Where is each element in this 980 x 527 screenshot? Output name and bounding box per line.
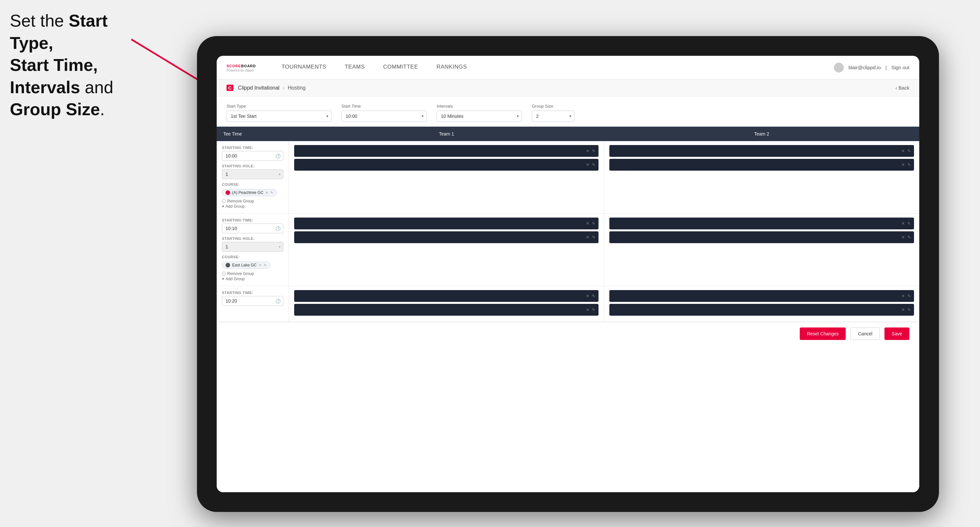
cancel-button[interactable]: Cancel bbox=[850, 327, 880, 340]
tournament-name[interactable]: Clippd Invitational bbox=[238, 85, 279, 91]
sign-out-link[interactable]: Sign out bbox=[891, 65, 909, 70]
intervals-wrapper: 10 Minutes 8 Minutes 12 Minutes bbox=[437, 111, 522, 122]
plus-icon-2: + bbox=[222, 277, 224, 281]
remove-group-link-1[interactable]: − Remove Group bbox=[222, 199, 283, 203]
nav-tournaments[interactable]: TOURNAMENTS bbox=[272, 56, 335, 79]
add-group-link-1[interactable]: + Add Group bbox=[222, 204, 283, 209]
hole-input-wrapper-2: 1210 bbox=[222, 242, 283, 252]
start-type-label: Start Type bbox=[226, 104, 332, 109]
logo-title: SCOREBOARD bbox=[226, 63, 256, 68]
team1-cell-1: ✕ ✎ ✕ ✎ bbox=[289, 141, 604, 213]
chip-remove-2[interactable]: ✕ bbox=[259, 263, 262, 267]
edit-player-icon[interactable]: ✎ bbox=[907, 221, 911, 226]
separator: | bbox=[885, 65, 887, 70]
breadcrumb: C Clippd Invitational › Hosting bbox=[226, 85, 305, 91]
player-icons: ✕ ✎ bbox=[586, 235, 595, 240]
starting-time-input-1[interactable] bbox=[222, 151, 283, 161]
team1-cell-3: ✕ ✎ ✕ ✎ bbox=[289, 286, 604, 322]
tablet-screen: SCOREBOARD Powered by clippd TOURNAMENTS… bbox=[217, 56, 919, 492]
back-button[interactable]: ‹ Back bbox=[895, 85, 909, 90]
edit-player-icon[interactable]: ✎ bbox=[907, 308, 911, 312]
remove-player-icon[interactable]: ✕ bbox=[902, 162, 905, 167]
remove-player-icon[interactable]: ✕ bbox=[902, 221, 905, 226]
remove-player-icon[interactable]: ✕ bbox=[586, 149, 589, 153]
edit-player-icon[interactable]: ✎ bbox=[592, 162, 595, 167]
remove-player-icon[interactable]: ✕ bbox=[586, 162, 589, 167]
nav-right: blair@clippd.io | Sign out bbox=[834, 63, 909, 73]
starting-hole-label-2: STARTING HOLE: bbox=[222, 237, 283, 241]
remove-player-icon[interactable]: ✕ bbox=[586, 294, 589, 298]
team1-cell-2: ✕ ✎ ✕ ✎ bbox=[289, 214, 604, 286]
remove-player-icon[interactable]: ✕ bbox=[902, 149, 905, 153]
edit-player-icon[interactable]: ✎ bbox=[592, 294, 595, 298]
add-group-link-2[interactable]: + Add Group bbox=[222, 277, 283, 281]
breadcrumb-logo: C bbox=[226, 85, 234, 91]
nav-committee[interactable]: COMMITTEE bbox=[374, 56, 428, 79]
player-icons: ✕ ✎ bbox=[902, 221, 911, 226]
player-icons: ✕ ✎ bbox=[586, 149, 595, 153]
starting-time-input-2[interactable] bbox=[222, 224, 283, 233]
start-time-group: Start Time 10:00 10:30 11:00 bbox=[342, 104, 427, 122]
time-input-wrapper-1: 🕐 bbox=[222, 151, 283, 161]
header-tee-time: Tee Time bbox=[217, 127, 289, 141]
chip-remove-1[interactable]: ✕ bbox=[265, 190, 268, 195]
clock-icon-1: 🕐 bbox=[275, 154, 281, 159]
remove-player-icon[interactable]: ✕ bbox=[586, 308, 589, 312]
remove-group-link-2[interactable]: − Remove Group bbox=[222, 271, 283, 276]
edit-player-icon[interactable]: ✎ bbox=[907, 162, 911, 167]
player-icons: ✕ ✎ bbox=[586, 162, 595, 167]
course-label-2: COURSE: bbox=[222, 255, 283, 259]
intervals-select[interactable]: 10 Minutes 8 Minutes 12 Minutes bbox=[437, 111, 522, 122]
remove-player-icon[interactable]: ✕ bbox=[902, 308, 905, 312]
logo: SCOREBOARD Powered by clippd bbox=[226, 63, 256, 72]
start-type-group: Start Type 1st Tee Start Shotgun Start bbox=[226, 104, 332, 122]
start-time-select[interactable]: 10:00 10:30 11:00 bbox=[342, 111, 427, 122]
edit-player-icon[interactable]: ✎ bbox=[592, 235, 595, 240]
breadcrumb-separator: › bbox=[283, 85, 284, 91]
chip-edit-1[interactable]: ✎ bbox=[270, 190, 273, 195]
edit-player-icon[interactable]: ✎ bbox=[592, 149, 595, 153]
course-chip-1: (A) Peachtree GC ✕ ✎ bbox=[222, 189, 277, 196]
tee-time-cell-2: STARTING TIME: 🕐 STARTING HOLE: 1210 COU… bbox=[217, 214, 289, 286]
hole-select-2[interactable]: 1210 bbox=[222, 242, 283, 252]
edit-player-icon[interactable]: ✎ bbox=[907, 235, 911, 240]
edit-player-icon[interactable]: ✎ bbox=[592, 308, 595, 312]
starting-time-label-3: STARTING TIME: bbox=[222, 291, 283, 295]
edit-player-icon[interactable]: ✎ bbox=[907, 149, 911, 153]
team2-cell-3: ✕ ✎ ✕ ✎ bbox=[604, 286, 919, 322]
intervals-label: Intervals bbox=[437, 104, 522, 109]
remove-player-icon[interactable]: ✕ bbox=[586, 235, 589, 240]
group-size-wrapper: 2 3 4 bbox=[532, 111, 574, 122]
player-icons: ✕ ✎ bbox=[902, 162, 911, 167]
reset-changes-button[interactable]: Reset Changes bbox=[800, 327, 846, 340]
player-row: ✕ ✎ bbox=[609, 159, 914, 171]
player-row: ✕ ✎ bbox=[294, 217, 598, 229]
remove-player-icon[interactable]: ✕ bbox=[586, 221, 589, 226]
course-icon-1 bbox=[226, 190, 230, 195]
time-input-wrapper-2: 🕐 bbox=[222, 224, 283, 233]
plus-icon-1: + bbox=[222, 204, 224, 209]
player-row: ✕ ✎ bbox=[609, 145, 914, 157]
remove-player-icon[interactable]: ✕ bbox=[902, 294, 905, 298]
team2-cell-1: ✕ ✎ ✕ ✎ bbox=[604, 141, 919, 213]
remove-player-icon[interactable]: ✕ bbox=[902, 235, 905, 240]
save-button[interactable]: Save bbox=[885, 327, 909, 340]
logo-subtitle: Powered by clippd bbox=[226, 68, 256, 72]
nav-teams[interactable]: TEAMS bbox=[336, 56, 374, 79]
breadcrumb-section: Hosting bbox=[288, 85, 305, 91]
nav-rankings[interactable]: RANKINGS bbox=[428, 56, 476, 79]
starting-time-input-3[interactable] bbox=[222, 296, 283, 306]
group-size-label: Group Size bbox=[532, 104, 574, 109]
start-type-select[interactable]: 1st Tee Start Shotgun Start bbox=[226, 111, 332, 122]
player-icons: ✕ ✎ bbox=[902, 308, 911, 312]
hole-select-1[interactable]: 1210 bbox=[222, 169, 283, 179]
edit-player-icon[interactable]: ✎ bbox=[592, 221, 595, 226]
action-links-2: − Remove Group + Add Group bbox=[222, 271, 283, 281]
chip-edit-2[interactable]: ✎ bbox=[264, 263, 267, 267]
clock-icon-2: 🕐 bbox=[275, 226, 281, 231]
main-content: Start Type 1st Tee Start Shotgun Start S… bbox=[217, 97, 919, 492]
group-size-select[interactable]: 2 3 4 bbox=[532, 111, 574, 122]
course-chip-2: East Lake GC ✕ ✎ bbox=[222, 262, 270, 269]
edit-player-icon[interactable]: ✎ bbox=[907, 294, 911, 298]
user-email: blair@clippd.io bbox=[848, 65, 881, 70]
